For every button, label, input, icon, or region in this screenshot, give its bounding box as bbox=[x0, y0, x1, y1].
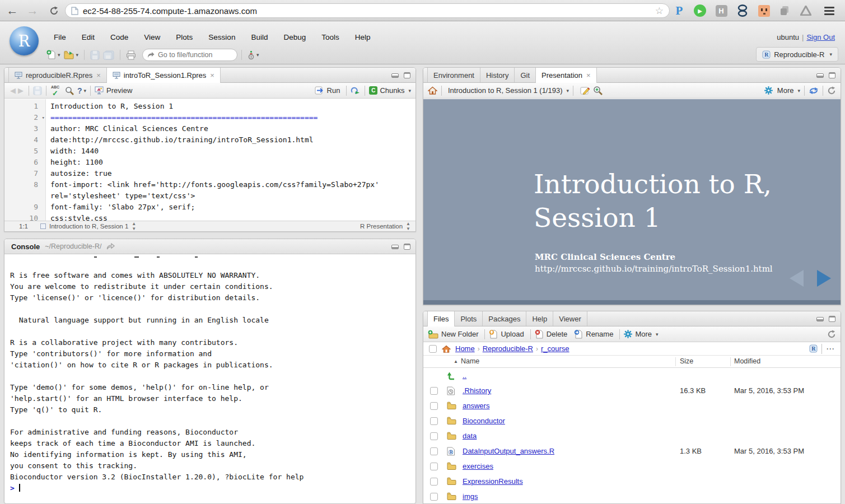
extension-pages-icon[interactable] bbox=[778, 4, 791, 17]
find-icon[interactable] bbox=[65, 86, 74, 95]
file-row[interactable]: RDataInputOutput_answers.R1.3 KBMar 5, 2… bbox=[423, 444, 841, 459]
version-control-button[interactable]: ▾ bbox=[248, 50, 259, 60]
file-checkbox[interactable] bbox=[430, 478, 438, 486]
spellcheck-icon[interactable]: ABC ✓ bbox=[50, 85, 62, 96]
refresh-icon[interactable] bbox=[827, 86, 836, 95]
file-row[interactable]: exercises bbox=[423, 459, 841, 474]
extension-play-icon[interactable]: ▶ bbox=[693, 4, 707, 17]
console-output[interactable]: R is free software and comes with ABSOLU… bbox=[4, 255, 416, 503]
menu-tools[interactable]: Tools bbox=[314, 31, 347, 43]
file-row[interactable]: .Rhistory16.3 KBMar 5, 2016, 3:53 PM bbox=[423, 384, 841, 399]
edit-slide-icon[interactable] bbox=[580, 86, 590, 95]
rename-button[interactable]: Rename bbox=[586, 330, 613, 338]
minimize-pane-icon[interactable] bbox=[816, 317, 824, 321]
home-slide-icon[interactable] bbox=[428, 86, 437, 95]
extension-h-icon[interactable]: H bbox=[715, 4, 728, 17]
file-name-link[interactable]: data bbox=[463, 432, 477, 440]
file-row[interactable]: answers bbox=[423, 399, 841, 414]
url-bar[interactable]: ec2-54-88-255-74.compute-1.amazonaws.com… bbox=[65, 3, 670, 18]
menu-edit[interactable]: Edit bbox=[74, 31, 102, 43]
forward-nav-icon[interactable]: ▶ bbox=[18, 86, 24, 95]
maximize-pane-icon[interactable] bbox=[829, 316, 835, 322]
menu-debug[interactable]: Debug bbox=[276, 31, 314, 43]
more-button[interactable]: More bbox=[777, 86, 794, 95]
run-button[interactable]: Run bbox=[327, 86, 340, 95]
file-row[interactable]: .. bbox=[423, 368, 841, 384]
open-in-window-icon[interactable] bbox=[106, 243, 115, 250]
new-folder-button[interactable]: New Folder bbox=[441, 330, 478, 338]
section-updown-icon[interactable]: ▲▼ bbox=[132, 221, 136, 231]
file-checkbox[interactable] bbox=[430, 387, 438, 395]
upload-icon[interactable] bbox=[489, 329, 498, 339]
sync-icon[interactable] bbox=[809, 87, 819, 95]
tab-presentation[interactable]: Presentation× bbox=[536, 68, 597, 83]
breadcrumb-home[interactable]: Home bbox=[455, 344, 475, 353]
browser-reload-button[interactable] bbox=[46, 3, 62, 16]
tab-plots[interactable]: Plots bbox=[455, 311, 483, 326]
zoom-slide-icon[interactable] bbox=[593, 86, 603, 95]
menu-session[interactable]: Session bbox=[200, 31, 243, 43]
file-checkbox[interactable] bbox=[430, 417, 438, 425]
goto-file-search[interactable] bbox=[142, 49, 237, 61]
files-ellipsis-button[interactable]: ⋯ bbox=[826, 344, 835, 354]
file-checkbox[interactable] bbox=[430, 447, 438, 455]
tab-viewer[interactable]: Viewer bbox=[553, 311, 587, 326]
extension-p-icon[interactable]: P bbox=[673, 4, 686, 17]
new-folder-icon[interactable] bbox=[428, 330, 438, 339]
tab-files[interactable]: Files bbox=[427, 311, 455, 326]
breadcrumb-reproducible-r[interactable]: Reproducible-R bbox=[483, 344, 533, 353]
maximize-pane-icon[interactable] bbox=[404, 72, 410, 78]
menu-view[interactable]: View bbox=[136, 31, 168, 43]
rerun-icon[interactable] bbox=[351, 86, 361, 95]
home-icon[interactable] bbox=[442, 345, 451, 353]
filetype-updown-icon[interactable]: ▲▼ bbox=[406, 221, 410, 231]
column-modified[interactable]: Modified bbox=[734, 357, 760, 365]
file-name-link[interactable]: exercises bbox=[463, 462, 493, 470]
file-name-link[interactable]: .Rhistory bbox=[463, 386, 491, 395]
breadcrumb-r-course[interactable]: r_course bbox=[541, 344, 569, 353]
new-file-button[interactable]: ▾ bbox=[46, 50, 60, 60]
menu-file[interactable]: File bbox=[46, 31, 74, 43]
menu-plots[interactable]: Plots bbox=[168, 31, 200, 43]
menu-help[interactable]: Help bbox=[347, 31, 379, 43]
refresh-icon[interactable] bbox=[827, 330, 836, 339]
tab-environment[interactable]: Environment bbox=[427, 68, 480, 82]
file-type-selector[interactable]: R Presentation bbox=[360, 223, 403, 230]
browser-back-button[interactable]: ← bbox=[4, 3, 20, 18]
file-name-link[interactable]: Bioconductor bbox=[463, 417, 505, 425]
project-cube-icon[interactable]: R bbox=[809, 344, 818, 353]
file-checkbox[interactable] bbox=[430, 432, 438, 440]
rename-icon[interactable] bbox=[574, 329, 583, 339]
browser-menu-icon[interactable] bbox=[823, 4, 836, 17]
preview-button[interactable]: Preview bbox=[106, 86, 132, 95]
console-header[interactable]: Console ~/Reproducible-R/ bbox=[4, 239, 416, 254]
select-all-checkbox[interactable] bbox=[429, 345, 437, 353]
preview-icon[interactable] bbox=[95, 86, 104, 95]
files-more-button[interactable]: More bbox=[635, 330, 652, 338]
minimize-pane-icon[interactable] bbox=[816, 73, 824, 78]
maximize-pane-icon[interactable] bbox=[829, 72, 835, 78]
gear-icon[interactable] bbox=[764, 86, 773, 95]
tab-reproducibleR[interactable]: reproducibleR.Rpres × bbox=[8, 68, 107, 82]
delete-icon[interactable] bbox=[535, 329, 544, 339]
file-name-link[interactable]: DataInputOutput_answers.R bbox=[463, 447, 554, 455]
file-name-link[interactable]: ExpressionResults bbox=[463, 477, 523, 486]
fold-arrow-icon[interactable]: ▾ bbox=[42, 112, 45, 123]
minimize-pane-icon[interactable] bbox=[391, 73, 399, 78]
tab-git[interactable]: Git bbox=[515, 68, 536, 82]
run-icon[interactable] bbox=[315, 86, 325, 95]
tab-introToR-Session1[interactable]: introToR_Session1.Rpres × bbox=[107, 68, 221, 83]
file-row[interactable]: ExpressionResults bbox=[423, 474, 841, 489]
chunks-button[interactable]: Chunks bbox=[380, 86, 404, 95]
file-name-link[interactable]: answers bbox=[463, 402, 489, 410]
file-row[interactable]: data bbox=[423, 429, 841, 444]
extension-face-icon[interactable] bbox=[757, 4, 771, 17]
slide-navigation-dropdown[interactable]: Introduction to R, Session 1 (1/193) bbox=[448, 86, 563, 95]
save-all-button[interactable] bbox=[103, 50, 114, 60]
save-button[interactable] bbox=[90, 50, 100, 60]
extension-drive-icon[interactable] bbox=[799, 4, 813, 17]
tab-history[interactable]: History bbox=[480, 68, 515, 82]
open-file-button[interactable]: ▾ bbox=[64, 50, 79, 59]
back-nav-icon[interactable]: ◀ bbox=[10, 86, 16, 95]
section-selector[interactable]: Introduction to R, Session 1 bbox=[49, 223, 128, 230]
